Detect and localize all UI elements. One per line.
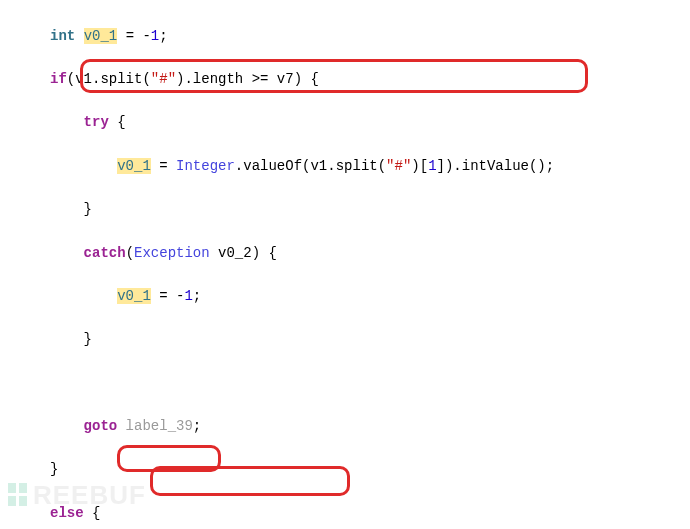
token: .valueOf(v1.split( bbox=[235, 158, 386, 174]
token-num: 1 bbox=[184, 288, 192, 304]
token: { bbox=[84, 505, 101, 521]
code-line: int v0_1 = -1; bbox=[0, 26, 690, 48]
code-line: v0_1 = Integer.valueOf(v1.split("#")[1])… bbox=[0, 156, 690, 178]
code-line: try { bbox=[0, 112, 690, 134]
token: ( bbox=[126, 245, 134, 261]
token: = bbox=[151, 158, 176, 174]
token-kw: try bbox=[84, 114, 109, 130]
code-line: } bbox=[0, 199, 690, 221]
token-var: v0_1 bbox=[117, 158, 151, 174]
token: } bbox=[50, 461, 58, 477]
code-block: int v0_1 = -1; if(v1.split("#").length >… bbox=[0, 0, 690, 529]
token: )[ bbox=[411, 158, 428, 174]
code-line: } bbox=[0, 329, 690, 351]
token-num: 1 bbox=[428, 158, 436, 174]
token-var: v0_1 bbox=[117, 288, 151, 304]
token: ; bbox=[159, 28, 167, 44]
code-line: catch(Exception v0_2) { bbox=[0, 243, 690, 265]
token: ]).intValue(); bbox=[437, 158, 555, 174]
token-str: "#" bbox=[386, 158, 411, 174]
token-type: int bbox=[50, 28, 75, 44]
token: } bbox=[84, 331, 92, 347]
token: = - bbox=[151, 288, 185, 304]
token-kw: goto bbox=[84, 418, 118, 434]
token-kw: if bbox=[50, 71, 67, 87]
token: ; bbox=[193, 288, 201, 304]
code-line: if(v1.split("#").length >= v7) { bbox=[0, 69, 690, 91]
token-num: 1 bbox=[151, 28, 159, 44]
token-class: Exception bbox=[134, 245, 210, 261]
token bbox=[75, 28, 83, 44]
code-line: } bbox=[0, 459, 690, 481]
token-kw: catch bbox=[84, 245, 126, 261]
code-line bbox=[0, 373, 690, 395]
token: ; bbox=[193, 418, 201, 434]
token-var: v0_1 bbox=[84, 28, 118, 44]
code-line: v0_1 = -1; bbox=[0, 286, 690, 308]
token-kw: else bbox=[50, 505, 84, 521]
code-line: else { bbox=[0, 503, 690, 525]
token: } bbox=[84, 201, 92, 217]
token: = - bbox=[117, 28, 151, 44]
token: ).length >= v7) { bbox=[176, 71, 319, 87]
code-line: goto label_39; bbox=[0, 416, 690, 438]
token: (v1.split( bbox=[67, 71, 151, 87]
token: v0_2) { bbox=[210, 245, 277, 261]
token-str: "#" bbox=[151, 71, 176, 87]
token: { bbox=[109, 114, 126, 130]
token-label: label_39 bbox=[117, 418, 193, 434]
token-class: Integer bbox=[176, 158, 235, 174]
